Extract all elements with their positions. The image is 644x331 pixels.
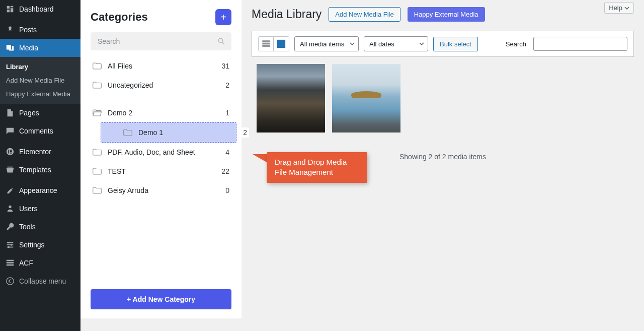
tools-icon (5, 222, 15, 232)
category-pdf-audio[interactable]: PDF, Audio, Doc, and Sheet 4 (91, 143, 231, 162)
submenu-add-new[interactable]: Add New Media File (0, 74, 80, 87)
templates-icon (5, 165, 15, 175)
main-content: Help Media Library Add New Media File Ha… (242, 0, 644, 171)
help-label: Help (609, 4, 622, 12)
folder-icon (93, 62, 102, 70)
menu-label: ACF (19, 259, 33, 267)
add-new-category-button[interactable]: + Add New Category (91, 289, 231, 309)
select-value: All dates (369, 40, 394, 48)
filter-dates-select[interactable]: All dates (364, 36, 428, 51)
chevron-down-icon (624, 6, 629, 11)
help-button[interactable]: Help (604, 2, 634, 14)
category-count: 31 (221, 62, 229, 70)
pages-icon (5, 108, 15, 118)
media-thumbnail[interactable] (257, 64, 325, 133)
comments-icon (5, 126, 15, 136)
page-title: Media Library (252, 8, 321, 21)
menu-settings[interactable]: Settings (0, 236, 80, 254)
media-grid (252, 64, 634, 133)
menu-elementor[interactable]: Elementor (0, 143, 80, 161)
category-label: Geisy Arruda (108, 186, 225, 194)
menu-tools[interactable]: Tools (0, 218, 80, 236)
category-geisy[interactable]: Geisy Arruda 0 (91, 181, 231, 200)
media-submenu: Library Add New Media File Happy Externa… (0, 57, 80, 104)
categories-search-input[interactable] (91, 32, 231, 50)
view-grid-button[interactable] (274, 37, 289, 51)
happy-external-media-button[interactable]: Happy External Media (408, 7, 485, 22)
folder-icon (93, 149, 102, 156)
svg-rect-14 (7, 264, 14, 266)
menu-comments[interactable]: Comments (0, 122, 80, 140)
menu-posts[interactable]: Posts (0, 21, 80, 39)
media-toolbar: All media items All dates Bulk select Se… (252, 31, 634, 57)
chevron-down-icon (349, 41, 355, 47)
media-thumbnail[interactable] (332, 64, 400, 133)
submenu-library[interactable]: Library (0, 60, 80, 74)
categories-list: All Files 31 Uncategorized 2 Demo 2 1 De… (91, 56, 231, 289)
filter-media-type-select[interactable]: All media items (294, 36, 359, 51)
svg-point-16 (218, 38, 222, 42)
elementor-icon (5, 147, 15, 157)
category-count: 0 (225, 186, 229, 194)
svg-rect-1 (8, 150, 9, 153)
media-icon (5, 43, 15, 53)
category-all-files[interactable]: All Files 31 (91, 56, 231, 76)
category-label: Demo 1 (138, 128, 234, 137)
category-count: 22 (221, 167, 229, 175)
category-demo-2[interactable]: Demo 2 1 (91, 103, 231, 122)
svg-rect-3 (10, 151, 12, 152)
svg-point-5 (9, 206, 11, 208)
svg-rect-12 (7, 260, 14, 261)
menu-appearance[interactable]: Appearance (0, 181, 80, 200)
menu-media[interactable]: Media (0, 39, 80, 57)
category-uncategorized[interactable]: Uncategorized 2 (91, 76, 231, 95)
search-icon (217, 37, 225, 45)
media-search-input[interactable] (533, 37, 627, 51)
menu-templates[interactable]: Templates (0, 161, 80, 179)
view-list-button[interactable] (259, 37, 274, 51)
menu-dashboard[interactable]: Dashboard (0, 0, 80, 18)
category-demo-1-dragging[interactable]: Demo 1 2 (101, 122, 236, 143)
svg-rect-18 (262, 41, 269, 42)
divider (91, 99, 231, 99)
menu-label: Media (19, 44, 38, 52)
svg-rect-20 (262, 45, 269, 47)
svg-rect-19 (262, 43, 269, 44)
pin-icon (5, 25, 15, 35)
menu-label: Elementor (19, 148, 51, 156)
appearance-icon (5, 185, 15, 195)
chevron-down-icon (419, 41, 425, 47)
svg-rect-13 (7, 262, 14, 263)
svg-rect-2 (10, 150, 12, 151)
menu-users[interactable]: Users (0, 200, 80, 218)
menu-label: Tools (19, 223, 36, 231)
submenu-happy[interactable]: Happy External Media (0, 87, 80, 101)
menu-label: Collapse menu (19, 277, 66, 285)
folder-icon (93, 82, 102, 89)
menu-pages[interactable]: Pages (0, 104, 80, 122)
add-category-icon-button[interactable]: + (215, 9, 231, 25)
category-count: 4 (225, 148, 229, 156)
svg-rect-22 (282, 40, 285, 43)
category-test[interactable]: TEST 22 (91, 162, 231, 181)
add-new-media-button[interactable]: Add New Media File (329, 7, 400, 22)
category-label: All Files (108, 62, 221, 70)
menu-label: Users (19, 205, 38, 213)
bulk-select-button[interactable]: Bulk select (433, 37, 478, 51)
menu-label: Pages (19, 109, 39, 117)
svg-point-10 (11, 244, 13, 246)
collapse-icon (5, 276, 15, 286)
menu-label: Appearance (19, 186, 57, 194)
menu-label: Settings (19, 241, 45, 249)
categories-title: Categories (91, 11, 148, 24)
folder-icon (123, 129, 132, 136)
admin-sidebar: Dashboard Posts Media Library Add New Me… (0, 0, 80, 331)
settings-icon (5, 240, 15, 250)
svg-rect-24 (282, 44, 285, 47)
acf-icon (5, 258, 15, 268)
svg-point-11 (8, 246, 10, 248)
menu-collapse[interactable]: Collapse menu (0, 272, 80, 290)
menu-acf[interactable]: ACF (0, 254, 80, 272)
users-icon (5, 204, 15, 214)
select-value: All media items (300, 40, 344, 48)
